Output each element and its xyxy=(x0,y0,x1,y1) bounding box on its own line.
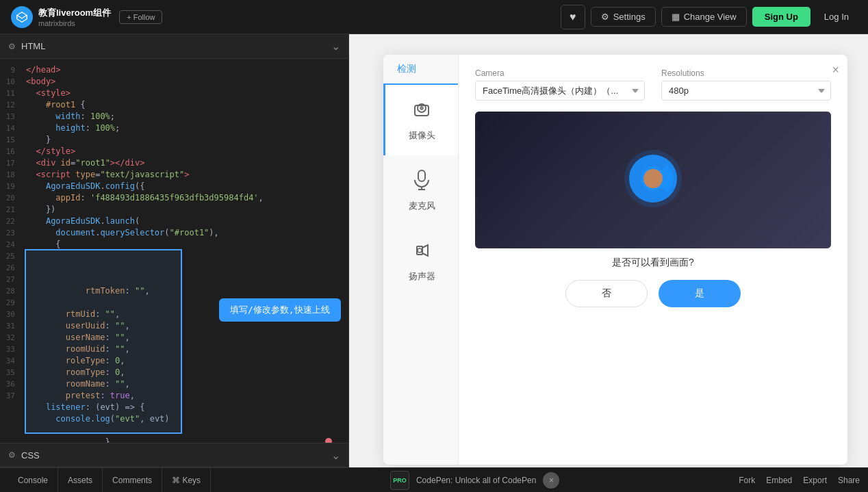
html-editor[interactable]: 910111213 1415161718 1920212223 24252627… xyxy=(0,59,348,443)
nav-left: 教育liveroom组件 matrixbirds + Follow xyxy=(11,6,162,28)
camera-field: Camera FaceTime高清摄像头（内建）（... xyxy=(475,68,645,101)
logo-title: 教育liveroom组件 xyxy=(38,7,111,19)
bottom-right: Fork Embed Export Share xyxy=(739,476,860,485)
css-collapse-button[interactable]: ⌄ xyxy=(331,449,340,462)
codepen-message: CodePen: Unlock all of CodePen xyxy=(416,476,536,485)
camera-select[interactable]: FaceTime高清摄像头（内建）（... xyxy=(475,81,645,101)
camera-tab[interactable]: 摄像头 xyxy=(383,85,458,155)
change-view-label: Change View xyxy=(684,12,737,22)
mic-tab[interactable]: 麦克风 xyxy=(383,155,458,226)
speaker-icon xyxy=(411,239,432,266)
camera-row: Camera FaceTime高清摄像头（内建）（... Resolutions… xyxy=(475,68,831,101)
html-gear-icon: ⚙ xyxy=(8,42,16,51)
html-section-header: ⚙ HTML ⌄ xyxy=(0,34,348,59)
preview-panel: 检测 摄像头 xyxy=(349,34,868,492)
css-gear-icon: ⚙ xyxy=(8,450,16,460)
camera-preview xyxy=(475,112,831,248)
device-check-container: 检测 摄像头 xyxy=(383,55,847,465)
no-button[interactable]: 否 xyxy=(565,280,648,307)
dialog-close-button[interactable]: × xyxy=(832,63,839,77)
logo-icon xyxy=(11,6,33,28)
log-in-button[interactable]: Log In xyxy=(816,7,857,27)
bottom-left: Console Assets Comments ⌘ Keys xyxy=(8,468,211,493)
yes-button[interactable]: 是 xyxy=(659,280,741,307)
heart-button[interactable]: ♥ xyxy=(561,5,585,29)
console-tab-label: Console xyxy=(18,476,48,485)
sign-up-button[interactable]: Sign Up xyxy=(752,7,810,27)
dialog-buttons: 否 是 xyxy=(475,280,831,307)
svg-point-11 xyxy=(643,169,663,188)
speaker-tab[interactable]: 扬声器 xyxy=(383,226,458,296)
comments-tab-label: Comments xyxy=(112,476,152,485)
assets-tab-label: Assets xyxy=(68,476,92,485)
gear-icon: ⚙ xyxy=(601,12,609,22)
comments-tab[interactable]: Comments xyxy=(103,468,162,493)
settings-label: Settings xyxy=(613,12,646,22)
keys-tab-label: ⌘ Keys xyxy=(172,476,201,485)
html-collapse-button[interactable]: ⌄ xyxy=(331,40,340,53)
keys-tab[interactable]: ⌘ Keys xyxy=(162,468,211,493)
tooltip-box: 填写/修改参数,快速上线 xyxy=(219,298,341,322)
css-section-title: ⚙ CSS xyxy=(8,450,40,461)
css-section[interactable]: ⚙ CSS ⌄ xyxy=(0,443,348,467)
agora-logo xyxy=(609,144,698,216)
detect-tab-label: 检测 xyxy=(397,63,416,75)
fork-button[interactable]: Fork xyxy=(739,476,755,485)
speaker-tab-label: 扬声器 xyxy=(409,270,435,283)
settings-button[interactable]: ⚙ Settings xyxy=(591,7,656,27)
camera-field-label: Camera xyxy=(475,68,645,78)
resolution-field: Resolutions 480p xyxy=(661,68,831,101)
camera-icon xyxy=(411,99,433,125)
bottom-center: PRO CodePen: Unlock all of CodePen × xyxy=(390,471,559,490)
code-content[interactable]: </head> <body> <style> #root1 { width: 1… xyxy=(21,59,348,443)
svg-point-2 xyxy=(420,106,424,110)
main-area: ⚙ HTML ⌄ 910111213 1415161718 1920212223… xyxy=(0,34,868,492)
logo-sub: matrixbirds xyxy=(38,19,111,27)
css-label: CSS xyxy=(21,450,40,461)
error-indicator xyxy=(325,438,332,443)
logo-area: 教育liveroom组件 matrixbirds xyxy=(11,6,111,28)
microphone-icon xyxy=(411,169,432,196)
share-button[interactable]: Share xyxy=(838,476,860,485)
html-label: HTML xyxy=(21,41,45,51)
svg-point-7 xyxy=(418,248,422,253)
line-numbers: 910111213 1415161718 1920212223 24252627… xyxy=(0,59,21,443)
grid-icon: ▦ xyxy=(672,12,680,22)
codepen-pro-badge: PRO xyxy=(390,471,409,490)
change-view-button[interactable]: ▦ Change View xyxy=(661,7,747,27)
logo-text: 教育liveroom组件 matrixbirds xyxy=(38,7,111,27)
svg-rect-3 xyxy=(418,170,425,181)
close-banner-button[interactable]: × xyxy=(543,472,559,489)
html-section-title: ⚙ HTML xyxy=(8,41,45,51)
detect-tab[interactable]: 检测 xyxy=(383,55,458,85)
bottom-bar: Console Assets Comments ⌘ Keys PRO CodeP… xyxy=(0,467,868,492)
follow-button[interactable]: + Follow xyxy=(119,10,162,24)
code-panel: ⚙ HTML ⌄ 910111213 1415161718 1920212223… xyxy=(0,34,349,492)
camera-tab-label: 摄像头 xyxy=(409,129,435,142)
nav-right: ♥ ⚙ Settings ▦ Change View Sign Up Log I… xyxy=(561,5,857,29)
top-navigation: 教育liveroom组件 matrixbirds + Follow ♥ ⚙ Se… xyxy=(0,0,868,34)
dialog-main-content: × Camera FaceTime高清摄像头（内建）（... Resolutio… xyxy=(459,55,847,321)
assets-tab[interactable]: Assets xyxy=(58,468,103,493)
resolution-select[interactable]: 480p xyxy=(661,81,831,101)
console-tab[interactable]: Console xyxy=(8,468,58,493)
resolution-field-label: Resolutions xyxy=(661,68,831,78)
left-sidebar: 检测 摄像头 xyxy=(383,55,459,465)
dialog-question: 是否可以看到画面? xyxy=(475,257,831,269)
mic-tab-label: 麦克风 xyxy=(409,200,435,212)
export-button[interactable]: Export xyxy=(803,476,827,485)
embed-button[interactable]: Embed xyxy=(766,476,792,485)
